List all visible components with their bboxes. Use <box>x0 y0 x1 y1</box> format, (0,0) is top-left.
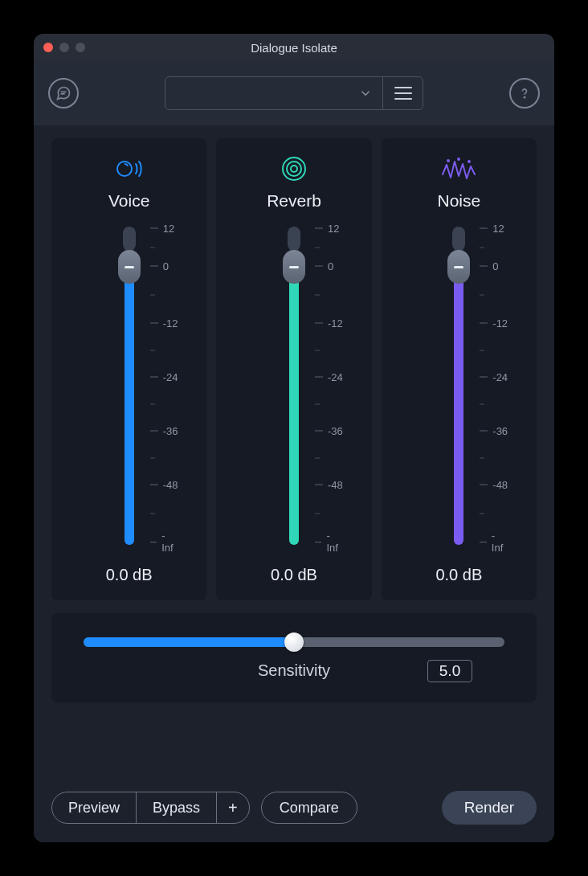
reverb-icon <box>280 153 308 185</box>
noise-slider-thumb[interactable] <box>447 250 470 284</box>
sensitivity-slider[interactable] <box>84 637 504 647</box>
sensitivity-thumb[interactable] <box>284 632 304 652</box>
zoom-window-button[interactable] <box>76 43 85 52</box>
preview-bypass-group: Preview Bypass + <box>51 792 250 824</box>
footer: Preview Bypass + Compare Render <box>34 776 554 842</box>
sensitivity-fill <box>84 637 294 647</box>
dialogue-isolate-window: Dialogue Isolate <box>34 34 554 842</box>
noise-label: Noise <box>437 191 480 211</box>
noise-slider[interactable]: 12 0 -12 -24 -36 -48 -Inf <box>382 228 537 545</box>
noise-panel: Noise 12 0 -12 -24 <box>382 138 537 600</box>
bypass-button[interactable]: Bypass <box>137 792 217 823</box>
svg-point-7 <box>447 160 449 162</box>
reverb-slider-thumb[interactable] <box>283 250 305 284</box>
chevron-down-icon <box>358 86 373 100</box>
preset-dropdown[interactable] <box>165 77 382 109</box>
compare-button[interactable]: Compare <box>261 792 357 824</box>
voice-icon <box>113 153 145 185</box>
svg-point-2 <box>524 96 525 97</box>
sensitivity-value[interactable]: 5.0 <box>427 660 472 682</box>
svg-point-5 <box>287 162 301 176</box>
reverb-panel: Reverb 12 0 -12 -24 <box>216 138 371 600</box>
minimize-window-button[interactable] <box>59 43 69 52</box>
window-controls <box>43 43 85 52</box>
chat-bubble-icon[interactable] <box>48 78 79 108</box>
reverb-value[interactable]: 0.0 dB <box>271 566 317 584</box>
preset-menu-button[interactable] <box>382 77 423 109</box>
sensitivity-panel: Sensitivity 5.0 <box>51 613 537 702</box>
preview-button[interactable]: Preview <box>52 792 137 823</box>
svg-point-9 <box>468 161 470 162</box>
reverb-slider[interactable]: 12 0 -12 -24 -36 -48 -Inf <box>216 228 371 545</box>
hamburger-icon <box>394 87 412 100</box>
preset-bar <box>165 76 423 110</box>
noise-value[interactable]: 0.0 dB <box>435 566 482 584</box>
main-area: Voice 12 0 -12 -24 <box>34 125 554 776</box>
svg-point-8 <box>458 158 459 160</box>
sensitivity-label: Sensitivity <box>258 661 330 680</box>
voice-value[interactable]: 0.0 dB <box>106 566 153 584</box>
toolbar <box>34 61 554 125</box>
render-button[interactable]: Render <box>442 791 537 825</box>
help-icon <box>517 85 533 101</box>
voice-panel: Voice 12 0 -12 -24 <box>51 138 206 600</box>
window-title: Dialogue Isolate <box>34 41 554 55</box>
close-window-button[interactable] <box>43 43 53 52</box>
channel-panels: Voice 12 0 -12 -24 <box>51 138 537 600</box>
help-button[interactable] <box>509 78 540 108</box>
reverb-label: Reverb <box>267 191 321 211</box>
voice-slider[interactable]: 12 0 -12 -24 -36 -48 -Inf <box>51 228 206 545</box>
bypass-plus-button[interactable]: + <box>217 792 249 823</box>
voice-label: Voice <box>108 191 149 211</box>
voice-slider-thumb[interactable] <box>118 250 141 284</box>
titlebar: Dialogue Isolate <box>34 34 554 61</box>
svg-point-4 <box>291 166 297 172</box>
noise-icon <box>441 153 476 185</box>
